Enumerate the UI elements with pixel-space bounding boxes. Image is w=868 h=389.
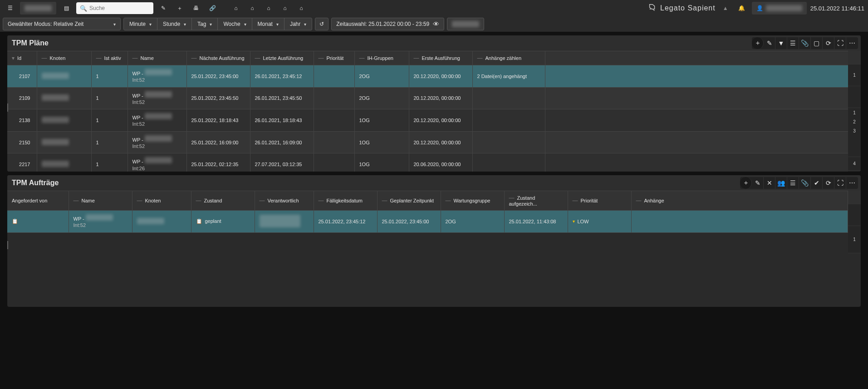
logo: Legato Sapient xyxy=(647,3,716,13)
col-planned[interactable]: —Geplanter Zeitpunkt xyxy=(377,191,441,211)
table-row[interactable]: 21501WP - Int:5225.01.2022, 16:09:0026.0… xyxy=(7,131,848,153)
tool-assign-icon[interactable]: 👥 xyxy=(775,177,787,189)
col-due[interactable]: —Fälligkeitsdatum xyxy=(314,191,377,211)
person-icon: 👤 xyxy=(756,5,763,11)
eye-icon: 👁 xyxy=(433,20,439,28)
col-name[interactable]: —Name xyxy=(69,191,132,211)
panel2-side-strip: 1 xyxy=(848,191,861,253)
table-header-row: Angefordert von —Name —Knoten —Zustand —… xyxy=(7,191,848,211)
add-icon[interactable]: ＋ xyxy=(173,2,186,15)
time-stunde[interactable]: Stunde▾ xyxy=(157,18,192,30)
table-row[interactable]: 22171WP - Int:2625.01.2022, 02:12:3527.0… xyxy=(7,153,848,172)
priority-indicator-icon: ▾ xyxy=(573,219,575,224)
tool-window-icon[interactable]: ▢ xyxy=(811,37,823,49)
tpm-plane-panel: TPM Pläne ＋ ✎ ▼ ☰ 📎 ▢ ⟳ ⛶ ⋯ ▾Id —Knoten … xyxy=(7,35,861,172)
table-header-row: ▾Id —Knoten —Ist aktiv —Name —Nächste Au… xyxy=(7,51,848,65)
tool-refresh-icon[interactable]: ⟳ xyxy=(823,37,834,49)
col-wg[interactable]: —Wartungsgruppe xyxy=(441,191,504,211)
time-jahr[interactable]: Jahr▾ xyxy=(284,18,312,30)
tpm-plane-table: ▾Id —Knoten —Ist aktiv —Name —Nächste Au… xyxy=(7,51,848,172)
col-att[interactable]: —Anhänge zählen xyxy=(472,51,545,65)
tpm-auftraege-table: Angefordert von —Name —Knoten —Zustand —… xyxy=(7,191,848,233)
time-selection[interactable]: Zeitauswahl: 25.01.2022 00:00 - 23:59 👁 xyxy=(331,18,444,30)
col-knoten[interactable]: —Knoten xyxy=(132,191,191,211)
col-prio[interactable]: —Priorität xyxy=(314,51,354,65)
col-spacer xyxy=(545,51,848,65)
warning-icon[interactable]: ▲ xyxy=(719,2,732,15)
time-monat[interactable]: Monat▾ xyxy=(252,18,284,30)
panel-title: TPM Aufträge xyxy=(12,179,59,187)
col-verant[interactable]: —Verantwortlich xyxy=(255,191,314,211)
home-icon-2[interactable]: ⌂ xyxy=(246,2,259,15)
home-icon-5[interactable]: ⌂ xyxy=(295,2,308,15)
tool-list-icon[interactable]: ☰ xyxy=(787,37,799,49)
edit-icon[interactable]: ✎ xyxy=(157,2,170,15)
col-angefordert[interactable]: Angefordert von xyxy=(7,191,69,211)
home-icon-3[interactable]: ⌂ xyxy=(262,2,275,15)
col-next[interactable]: —Nächste Ausführung xyxy=(186,51,250,65)
col-first[interactable]: —Erste Ausführung xyxy=(409,51,472,65)
library-icon[interactable]: ▤ xyxy=(60,2,73,15)
time-toolbar: Gewählter Modus: Relative Zeit▾ Minute▾ … xyxy=(0,16,868,32)
mode-dropdown[interactable]: Gewählter Modus: Relative Zeit▾ xyxy=(3,18,121,30)
panel1-side-strip: 11234 xyxy=(848,51,861,172)
col-id[interactable]: ▾Id xyxy=(7,51,37,65)
time-tag[interactable]: Tag▾ xyxy=(192,18,218,30)
bell-icon[interactable]: 🔔 xyxy=(736,2,748,15)
home-icon-1[interactable]: ⌂ xyxy=(230,2,242,15)
tool-check-icon[interactable]: ✔ xyxy=(811,177,823,189)
tool-fullscreen-icon[interactable]: ⛶ xyxy=(834,37,846,49)
top-bar: ☰ ▤ 🔍 ✎ ＋ 🖶 🔗 ⌂ ⌂ ⌂ ⌂ ⌂ Legato Sapient ▲… xyxy=(0,0,868,16)
table-row[interactable]: 📋WP - Int:52📋geplant25.01.2022, 23:45:12… xyxy=(7,211,848,233)
search-input[interactable]: 🔍 xyxy=(76,2,153,14)
table-row[interactable]: 21091WP - Int:5225.01.2022, 23:45:5026.0… xyxy=(7,87,848,109)
clipboard-icon: 📋 xyxy=(196,218,202,224)
col-last[interactable]: —Letzte Ausführung xyxy=(250,51,314,65)
tool-add-icon[interactable]: ＋ xyxy=(740,177,752,189)
extra-action[interactable] xyxy=(447,18,484,30)
table-row[interactable]: 21071WP - Int:5225.01.2022, 23:45:0026.0… xyxy=(7,65,848,88)
chevron-down-icon: ▾ xyxy=(113,22,116,27)
user-menu[interactable]: 👤 xyxy=(752,2,807,15)
history-icon[interactable]: ↺ xyxy=(315,18,329,30)
top-user-chip[interactable] xyxy=(20,2,56,15)
home-icon-4[interactable]: ⌂ xyxy=(279,2,291,15)
tpm-auftraege-panel: TPM Aufträge ＋ ✎ ✕ 👥 ☰ 📎 ✔ ⟳ ⛶ ⋯ Angefor… xyxy=(7,175,861,307)
table-row[interactable]: 21381WP - Int:5225.01.2022, 18:18:4326.0… xyxy=(7,109,848,132)
col-zustand[interactable]: —Zustand xyxy=(191,191,255,211)
clipboard-icon: 📋 xyxy=(12,218,18,224)
tool-fullscreen-icon[interactable]: ⛶ xyxy=(834,177,846,189)
tool-edit-icon[interactable]: ✎ xyxy=(752,177,764,189)
tool-attach-icon[interactable]: 📎 xyxy=(799,37,811,49)
tool-more-icon[interactable]: ⋯ xyxy=(846,37,858,49)
print-icon[interactable]: 🖶 xyxy=(190,2,202,15)
time-minute[interactable]: Minute▾ xyxy=(123,18,157,30)
col-knoten[interactable]: —Knoten xyxy=(37,51,91,65)
datetime-display: 25.01.2022 11:46:11 xyxy=(810,5,864,12)
tool-refresh-icon[interactable]: ⟳ xyxy=(823,177,834,189)
time-woche[interactable]: Woche▾ xyxy=(218,18,252,30)
col-recorded[interactable]: —Zustand aufgezeich... xyxy=(504,191,568,211)
tool-attach-icon[interactable]: 📎 xyxy=(799,177,811,189)
col-ih[interactable]: —IH-Gruppen xyxy=(354,51,409,65)
panel-title: TPM Pläne xyxy=(12,39,49,47)
search-icon: 🔍 xyxy=(80,5,87,12)
panel2-tools: ＋ ✎ ✕ 👥 ☰ 📎 ✔ ⟳ ⛶ ⋯ xyxy=(740,177,858,189)
menu-icon[interactable]: ☰ xyxy=(4,2,16,15)
col-prio[interactable]: —Priorität xyxy=(568,191,631,211)
tool-list-icon[interactable]: ☰ xyxy=(787,177,799,189)
tool-filter-icon[interactable]: ▼ xyxy=(775,37,787,49)
col-aktiv[interactable]: —Ist aktiv xyxy=(91,51,128,65)
link-icon[interactable]: 🔗 xyxy=(206,2,219,15)
tool-add-icon[interactable]: ＋ xyxy=(752,37,764,49)
panel1-tools: ＋ ✎ ▼ ☰ 📎 ▢ ⟳ ⛶ ⋯ xyxy=(752,37,858,49)
tool-edit-icon[interactable]: ✎ xyxy=(764,37,775,49)
col-att[interactable]: —Anhänge xyxy=(631,191,848,211)
col-name[interactable]: —Name xyxy=(128,51,186,65)
tool-more-icon[interactable]: ⋯ xyxy=(846,177,858,189)
tool-close-icon[interactable]: ✕ xyxy=(764,177,775,189)
